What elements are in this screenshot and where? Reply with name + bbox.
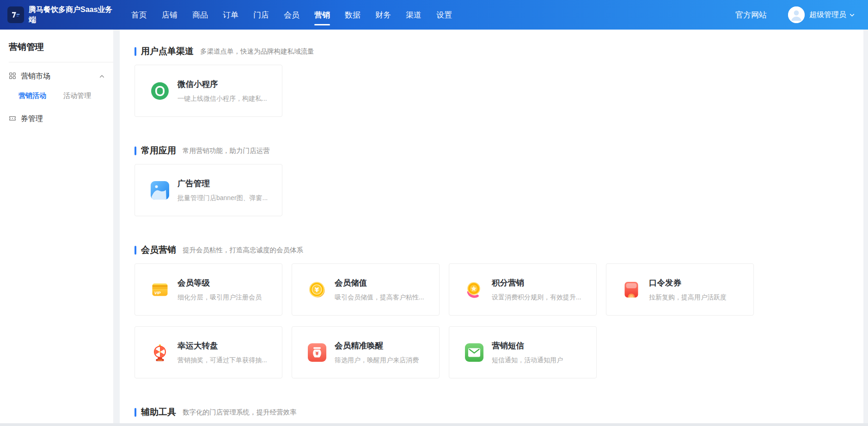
member-wake-icon: ¥ <box>308 343 326 362</box>
section-accent-bar <box>134 146 136 155</box>
card-desc: 批量管理门店banner图、弹窗... <box>177 194 268 202</box>
svg-text:¥: ¥ <box>315 286 319 293</box>
section-title: 会员营销 <box>141 244 176 256</box>
nav-item-finance[interactable]: 财务 <box>368 0 398 30</box>
card-title: 会员等级 <box>177 277 262 288</box>
wechat-miniprogram-icon <box>151 82 169 100</box>
sidebar-group-label: 营销市场 <box>21 72 50 81</box>
section-auxiliary-tools: 辅助工具 数字化的门店管理系统，提升经营效率 <box>134 406 852 418</box>
card-title: 积分营销 <box>492 277 581 288</box>
ticket-icon <box>9 115 16 124</box>
section-order-channels: 用户点单渠道 多渠道点单，快速为品牌构建私域流量 <box>134 45 852 117</box>
card-title: 广告管理 <box>177 178 268 189</box>
section-subtitle: 数字化的门店管理系统，提升经营效率 <box>183 408 297 417</box>
card-desc: 短信通知，活动通知用户 <box>492 356 563 365</box>
sidebar-item-activity-management[interactable]: 活动管理 <box>63 91 91 100</box>
ad-image-icon <box>151 181 169 200</box>
sidebar-item-marketing-activity[interactable]: 营销活动 <box>18 91 46 100</box>
svg-text:VIP: VIP <box>154 290 161 295</box>
main-area: 用户点单渠道 多渠道点单，快速为品牌构建私域流量 <box>113 30 868 426</box>
nav-right: 官方网站 超级管理员 <box>735 6 855 23</box>
card-title: 会员精准唤醒 <box>335 340 419 351</box>
sidebar-subitems: 营销活动 活动管理 <box>0 85 113 107</box>
svg-text:¥: ¥ <box>316 351 319 356</box>
lucky-wheel-icon <box>151 343 169 362</box>
nav-item-home[interactable]: 首页 <box>124 0 154 30</box>
nav-item-store[interactable]: 店铺 <box>154 0 185 30</box>
card-points-marketing[interactable]: 积分营销 设置消费积分规则，有效提升... <box>449 263 597 316</box>
section-common-apps: 常用应用 常用营销功能，助力门店运营 <box>134 145 852 216</box>
card-title: 幸运大转盘 <box>177 340 267 351</box>
user-icon <box>788 6 805 23</box>
vip-card-icon: VIP <box>151 280 169 299</box>
section-accent-bar <box>134 408 136 417</box>
section-member-marketing: 会员营销 提升会员粘性，打造高忠诚度的会员体系 <box>134 244 852 378</box>
chevron-down-icon[interactable] <box>849 12 855 18</box>
section-subtitle: 提升会员粘性，打造高忠诚度的会员体系 <box>183 246 303 255</box>
card-title: 口令发券 <box>649 277 727 288</box>
card-desc: 细化分层，吸引用户注册会员 <box>177 293 262 302</box>
section-title: 辅助工具 <box>141 406 176 418</box>
nav-item-members[interactable]: 会员 <box>276 0 307 30</box>
nav-item-branches[interactable]: 门店 <box>246 0 276 30</box>
section-title: 用户点单渠道 <box>141 45 194 57</box>
nav-item-data[interactable]: 数据 <box>337 0 368 30</box>
official-website-link[interactable]: 官方网站 <box>735 10 767 20</box>
app-window: 腾马餐饮多商户Saas业务端 首页 店铺 商品 订单 门店 会员 营销 数据 财… <box>0 0 868 426</box>
card-sms-marketing[interactable]: 营销短信 短信通知，活动通知用户 <box>449 326 597 378</box>
card-ad-management[interactable]: 广告管理 批量管理门店banner图、弹窗... <box>134 164 282 216</box>
points-coin-icon <box>465 280 483 299</box>
coin-yuan-icon: ¥ <box>308 280 326 299</box>
horizontal-scrollbar[interactable] <box>0 423 868 426</box>
user-avatar[interactable] <box>788 6 805 23</box>
card-title: 会员储值 <box>335 277 424 288</box>
card-desc: 一键上线微信小程序，构建私... <box>177 95 267 103</box>
nav-item-settings[interactable]: 设置 <box>429 0 459 30</box>
card-desc: 拉新复购，提高用户活跃度 <box>649 293 727 302</box>
red-packet-icon <box>622 280 641 299</box>
card-desc: 设置消费积分规则，有效提升... <box>492 293 581 302</box>
sidebar-title: 营销管理 <box>0 30 113 62</box>
card-member-wake[interactable]: ¥ 会员精准唤醒 筛选用户，唤醒用户来店消费 <box>292 326 440 378</box>
card-member-level[interactable]: VIP 会员等级 细化分层，吸引用户注册会员 <box>134 263 282 316</box>
card-title: 微信小程序 <box>177 79 267 90</box>
top-nav: 腾马餐饮多商户Saas业务端 首页 店铺 商品 订单 门店 会员 营销 数据 财… <box>0 0 868 30</box>
nav-menu: 首页 店铺 商品 订单 门店 会员 营销 数据 财务 渠道 设置 <box>124 0 459 30</box>
section-title: 常用应用 <box>141 145 176 157</box>
content-panel: 用户点单渠道 多渠道点单，快速为品牌构建私域流量 <box>120 30 863 423</box>
username-label[interactable]: 超级管理员 <box>809 10 846 20</box>
nav-item-orders[interactable]: 订单 <box>215 0 246 30</box>
grid-icon <box>9 72 16 81</box>
sidebar-item-coupon-management[interactable]: 券管理 <box>0 107 113 129</box>
nav-item-goods[interactable]: 商品 <box>185 0 215 30</box>
brand-logo-icon <box>7 6 24 23</box>
section-subtitle: 常用营销功能，助力门店运营 <box>183 146 270 155</box>
card-member-stored-value[interactable]: ¥ 会员储值 吸引会员储值，提高客户粘性... <box>292 263 440 316</box>
card-wechat-miniprogram[interactable]: 微信小程序 一键上线微信小程序，构建私... <box>134 65 282 117</box>
card-desc: 筛选用户，唤醒用户来店消费 <box>335 356 419 365</box>
card-password-coupon[interactable]: 口令发券 拉新复购，提高用户活跃度 <box>606 263 754 316</box>
sidebar-group-marketing-market[interactable]: 营销市场 <box>0 62 113 85</box>
sidebar-item-label: 券管理 <box>21 114 43 124</box>
card-title: 营销短信 <box>492 340 563 351</box>
brand[interactable]: 腾马餐饮多商户Saas业务端 <box>7 5 124 24</box>
section-subtitle: 多渠道点单，快速为品牌构建私域流量 <box>200 47 314 56</box>
nav-item-channels[interactable]: 渠道 <box>398 0 429 30</box>
section-accent-bar <box>134 47 136 56</box>
card-lucky-wheel[interactable]: 幸运大转盘 营销抽奖，可通过下单获得抽... <box>134 326 282 378</box>
card-desc: 营销抽奖，可通过下单获得抽... <box>177 356 267 365</box>
sidebar: 营销管理 营销市场 营销活动 活动管理 <box>0 30 113 426</box>
card-desc: 吸引会员储值，提高客户粘性... <box>335 293 424 302</box>
nav-item-marketing[interactable]: 营销 <box>307 0 337 30</box>
sms-icon <box>465 343 483 362</box>
section-accent-bar <box>134 246 136 255</box>
chevron-up-icon[interactable] <box>99 73 105 79</box>
brand-title: 腾马餐饮多商户Saas业务端 <box>29 5 119 24</box>
